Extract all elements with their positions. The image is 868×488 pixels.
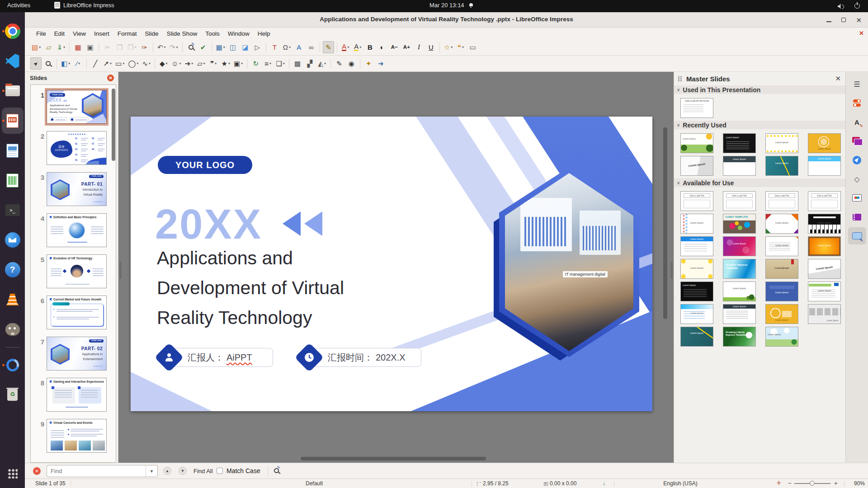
available-master-thumbnail-26[interactable]: Growing Liberty Impress Template	[723, 327, 756, 347]
available-master-thumbnail-19[interactable]: Lorem Ipsum	[765, 282, 798, 301]
slide-thumbnail-9[interactable]: Virtual Concerts and Events	[47, 419, 107, 453]
menu-insert[interactable]: Insert	[90, 29, 113, 38]
sidebar-tab-properties[interactable]	[848, 94, 866, 112]
slide-thumbnail-7[interactable]: YOUR LOGOPART- 02Applications inEntertai…	[47, 337, 107, 371]
clone-formatting-button[interactable]: ✑	[139, 41, 150, 53]
undo-button[interactable]: ↶▾	[156, 41, 167, 53]
print-button[interactable]: ▣	[85, 41, 96, 53]
rectangle-button[interactable]: ▭▾	[114, 57, 126, 70]
dropdown-arrow-icon[interactable]: ▾	[269, 61, 271, 66]
dropdown-arrow-icon[interactable]: ▾	[241, 61, 243, 66]
available-master-thumbnail-24[interactable]: Lorem Ipsum	[808, 304, 841, 324]
recent-master-thumbnail-3[interactable]: Lorem Ipsum	[765, 133, 798, 153]
dropdown-arrow-icon[interactable]: ▾	[203, 61, 205, 66]
available-master-thumbnail-11[interactable]: Lorem Ipsum	[765, 236, 798, 256]
spelling-button[interactable]: ✔	[198, 41, 209, 53]
slide-thumbnail-3[interactable]: YOUR LOGOPART- 01Introduction toVirtual …	[47, 172, 107, 206]
insert-hyperlink-button[interactable]: ∞	[306, 41, 317, 53]
redo-button[interactable]: ↷▾	[168, 41, 179, 53]
recent-master-thumbnail-2[interactable]: Lorem Ipsum	[723, 133, 756, 153]
dropdown-arrow-icon[interactable]: ▾	[176, 45, 178, 49]
align-objects-button[interactable]: ≡▾	[262, 57, 274, 70]
your-logo-badge[interactable]: YOUR LOGO	[158, 156, 252, 174]
available-master-thumbnail-20[interactable]: Lorem Ipsum	[808, 282, 841, 301]
power-icon[interactable]	[854, 3, 860, 9]
dock-impress[interactable]	[2, 108, 24, 134]
dock-vscode[interactable]	[2, 46, 24, 76]
dropdown-arrow-icon[interactable]: ▾	[347, 45, 349, 49]
dropdown-arrow-icon[interactable]: ▾	[283, 61, 285, 66]
animation-button[interactable]: ✦	[363, 57, 374, 70]
find-text-field[interactable]	[47, 468, 146, 474]
clock[interactable]: Mar 20 13:14	[429, 2, 474, 9]
panel-grip-icon[interactable]	[678, 76, 683, 82]
dock-chrome[interactable]	[2, 16, 24, 46]
document-modified-icon[interactable]: ↓	[603, 480, 605, 487]
cut-button[interactable]: ✂	[102, 41, 113, 53]
minimize-button[interactable]	[826, 21, 831, 22]
font-color-button[interactable]: A▾	[340, 41, 351, 53]
dock-thunderbird[interactable]	[2, 225, 24, 255]
available-master-thumbnail-6[interactable]: CANDY TEMPLATE	[723, 214, 756, 234]
fit-slide-icon[interactable]: ✛	[777, 480, 781, 486]
dock-updater[interactable]	[2, 350, 24, 380]
menu-format[interactable]: Format	[113, 29, 141, 38]
rotate-button[interactable]: ↻	[250, 57, 261, 70]
star-shapes-button[interactable]: ★▾	[220, 57, 231, 70]
dropdown-arrow-icon[interactable]: ▾	[68, 61, 70, 66]
dropdown-arrow-icon[interactable]: ▾	[137, 61, 138, 66]
left-splitter-handle[interactable]	[119, 262, 122, 279]
block-arrows-button[interactable]: ➔▾	[184, 57, 195, 70]
dropdown-arrow-icon[interactable]: ▾	[63, 45, 65, 49]
available-master-thumbnail-16[interactable]: Lorem Ipsum	[808, 259, 841, 279]
available-master-thumbnail-14[interactable]: Freshes Impress Template	[723, 259, 756, 279]
available-master-thumbnail-23[interactable]: Lorem Ipsum	[765, 304, 798, 324]
basic-shapes-button[interactable]: ◆▾	[158, 57, 169, 70]
dock-writer[interactable]	[2, 136, 24, 165]
dropdown-arrow-icon[interactable]: ▾	[164, 45, 165, 49]
available-master-thumbnail-25[interactable]: Lorem Ipsum	[680, 327, 713, 347]
dropdown-arrow-icon[interactable]: ▾	[110, 61, 112, 66]
dropdown-arrow-icon[interactable]: ▾	[179, 61, 181, 66]
insert-line-button[interactable]: ╱	[90, 57, 101, 70]
available-master-thumbnail-5[interactable]: Lorem Ipsum	[680, 214, 713, 234]
section-used[interactable]: ∨ Used in This Presentation	[674, 85, 845, 94]
slides-scrollbar[interactable]	[112, 89, 115, 161]
dock-gimp[interactable]	[2, 314, 24, 344]
lines-and-arrows-button[interactable]: ↗▾	[102, 57, 113, 70]
available-master-thumbnail-2[interactable]: Click to add Title	[723, 191, 756, 211]
dropdown-arrow-icon[interactable]: ▾	[223, 45, 225, 49]
insert-fontwork-button[interactable]: A	[293, 41, 305, 53]
dropdown-arrow-icon[interactable]: ▾	[215, 61, 217, 66]
dropdown-arrow-icon[interactable]: ▾	[123, 61, 124, 66]
insert-media-button[interactable]: ▷	[252, 41, 263, 53]
find-all-button[interactable]: Find All	[193, 468, 213, 474]
dropdown-arrow-icon[interactable]: ▾	[78, 61, 80, 66]
available-master-thumbnail-7[interactable]: Lorem Ipsum	[765, 214, 798, 234]
available-master-thumbnail-10[interactable]: Lorem Ipsum	[723, 236, 756, 256]
new-document-button[interactable]: ▤▾	[30, 41, 42, 53]
available-master-thumbnail-8[interactable]: Lorem Ipsum	[808, 214, 841, 234]
menu-file[interactable]: File	[32, 29, 50, 38]
slides-panel-close-icon[interactable]: ✕	[107, 75, 114, 81]
sidebar-tab-navigator[interactable]	[848, 151, 866, 169]
sidebar-tab-animation[interactable]	[848, 208, 866, 225]
report-time-field[interactable]: 汇报时间： 202X.X	[299, 346, 421, 369]
menu-edit[interactable]: Edit	[50, 29, 69, 38]
edit-points-button[interactable]: ✎	[334, 57, 345, 70]
slide-page[interactable]: IT management digital YOUR LOGO 20XX App…	[131, 117, 652, 411]
dock-app-grid[interactable]	[2, 458, 24, 488]
slide-thumbnail-4[interactable]: Definition and Basic Principles	[47, 213, 107, 247]
hexagon-photo[interactable]: IT management digital	[499, 167, 639, 357]
underline-button[interactable]: U	[425, 41, 437, 53]
recent-master-thumbnail-6[interactable]: Lorem Ipsum	[723, 156, 756, 176]
insert-table-button[interactable]: ▦▾	[215, 41, 226, 53]
menu-tools[interactable]: Tools	[201, 29, 224, 38]
activities-button[interactable]: Activities	[7, 2, 30, 9]
dropdown-arrow-icon[interactable]: ▾	[191, 61, 193, 66]
dropdown-arrow-icon[interactable]: ▾	[359, 45, 361, 49]
italic-button[interactable]: I	[413, 41, 425, 53]
zoom-out-button[interactable]: −	[788, 480, 792, 487]
available-master-thumbnail-12[interactable]: Lorem Ipsum	[808, 236, 841, 256]
interaction-button[interactable]: ➜	[375, 57, 387, 70]
